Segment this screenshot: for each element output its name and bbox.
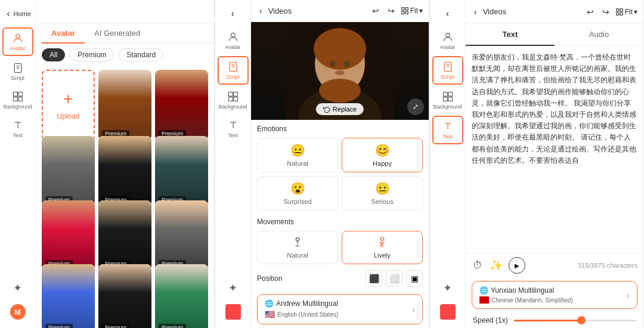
svg-rect-41: [448, 97, 452, 101]
timer-icon: ⏱: [473, 260, 482, 270]
tab-ai-generated[interactable]: AI Generated: [85, 24, 150, 44]
middle-nav-back[interactable]: ‹: [257, 5, 265, 17]
avatar-card-4[interactable]: Premium: [98, 136, 151, 207]
svg-rect-6: [13, 97, 17, 101]
position-center-btn[interactable]: ⬜: [386, 270, 402, 287]
middle-top-nav: ‹ Videos ↩ ↪ Fit ▾: [251, 0, 429, 22]
sidebar-item-script-mid[interactable]: Script: [218, 56, 249, 85]
right-redo[interactable]: ↪: [600, 6, 612, 18]
tab-text[interactable]: Text: [466, 24, 555, 46]
right-nav-back[interactable]: ‹: [472, 6, 479, 18]
sidebar-item-sparkle-mid[interactable]: ✦: [218, 278, 249, 298]
sidebar-text-label-mid: Text: [228, 132, 238, 138]
avatar-card-5[interactable]: Premium: [155, 136, 208, 207]
sidebar-script-label-mid: Script: [226, 74, 240, 80]
char-count: 315/3875 characters: [578, 262, 637, 269]
avatar-grid: + Upload Premium Premium Premium Premium: [36, 66, 214, 328]
avatar-card-11[interactable]: Premium: [155, 264, 208, 328]
script-icon: [12, 62, 24, 74]
avatar-card-2[interactable]: Premium: [155, 70, 208, 141]
tab-avatar[interactable]: Avatar: [42, 24, 85, 44]
middle-undo[interactable]: ↩: [370, 5, 382, 17]
right-nav-title: Videos: [483, 7, 507, 16]
sidebar-item-text-right[interactable]: Text: [432, 116, 463, 144]
text-audio-tab-bar: Text Audio: [466, 24, 643, 46]
timer-tool-btn[interactable]: ⏱: [472, 259, 484, 272]
avatar-card-6[interactable]: Premium: [42, 200, 95, 271]
movement-natural[interactable]: Natural: [257, 231, 338, 264]
svg-rect-14: [228, 92, 233, 97]
avatar-card-10[interactable]: Premium: [98, 264, 151, 328]
sidebar-item-avatar-mid[interactable]: Avatar: [218, 27, 249, 54]
avatar-card-9[interactable]: Premium: [42, 264, 95, 328]
svg-rect-39: [448, 92, 452, 97]
emotion-surprised[interactable]: 😮 Surprised: [257, 176, 338, 211]
avatar-card-8[interactable]: Premium: [155, 200, 208, 271]
svg-rect-5: [18, 92, 22, 97]
left-back-btn[interactable]: ‹: [4, 7, 12, 20]
middle-fit-btn[interactable]: Fit ▾: [401, 7, 423, 15]
position-left-btn[interactable]: ⬛: [366, 270, 382, 287]
avatar-selector-chevron: ›: [412, 305, 415, 314]
fit-icon-mid: [401, 7, 409, 15]
text-content[interactable]: 亲爱的朋友们，我是文森特·梵高，一个曾经在世时默默无闻，却在离世后被世人所铭记的…: [472, 52, 637, 207]
speed-slider[interactable]: [514, 320, 636, 321]
tab-audio[interactable]: Audio: [555, 24, 643, 46]
sidebar-item-background-right[interactable]: Background: [432, 87, 463, 113]
serious-icon: 😐: [375, 181, 390, 196]
sidebar-item-background-mid[interactable]: Background: [218, 87, 249, 113]
sidebar-item-script-left[interactable]: Script: [2, 58, 33, 85]
avatar-flag: 🇺🇸: [265, 310, 275, 319]
replace-button[interactable]: Replace: [316, 103, 364, 115]
filter-premium[interactable]: Premium: [70, 48, 114, 61]
svg-point-32: [296, 238, 299, 242]
sidebar-avatar-label-mid: Avatar: [225, 44, 241, 50]
avatar-card-3[interactable]: Premium: [42, 136, 95, 207]
upload-card[interactable]: + Upload: [42, 70, 95, 141]
voice-selector-info: 🌐 Yunxiao Multilingual Chinese (Mandarin…: [479, 286, 573, 304]
sidebar-item-text-left[interactable]: Text: [2, 116, 33, 142]
emotion-serious[interactable]: 😐 Serious: [342, 176, 423, 211]
sidebar-item-sparkle-right[interactable]: ✦: [432, 278, 463, 298]
movement-natural-icon: [291, 236, 304, 249]
svg-rect-15: [233, 92, 237, 97]
sidebar-item-avatar-left[interactable]: Avatar: [2, 27, 33, 56]
play-button[interactable]: ▶: [509, 257, 525, 274]
sparkle-tool-btn[interactable]: ✨: [488, 258, 504, 273]
person-icon-right: [442, 31, 454, 43]
sidebar-item-stop-mid[interactable]: [218, 301, 249, 323]
filter-all[interactable]: All: [42, 48, 65, 61]
sidebar-item-m-left[interactable]: M: [2, 301, 33, 323]
sidebar-item-extra-left[interactable]: ✦: [2, 278, 33, 298]
movement-lively[interactable]: Lively: [342, 231, 423, 264]
avatar-card-7[interactable]: Premium: [98, 200, 151, 271]
middle-redo[interactable]: ↪: [385, 5, 397, 17]
middle-avatar-selector[interactable]: 🌐 Andrew Multilingual 🇺🇸 English (United…: [257, 294, 423, 324]
movements-title: Movements: [251, 213, 429, 228]
right-content: ‹ Videos ↩ ↪ Fit ▾ Text Audio 亲爱的朋友们，我是文…: [466, 0, 643, 328]
movement-natural-label: Natural: [287, 252, 308, 259]
text-icon-mid: [227, 119, 239, 131]
sidebar-item-script-right[interactable]: Script: [432, 56, 463, 85]
sidebar-item-text-mid[interactable]: Text: [218, 116, 249, 142]
right-fit-btn[interactable]: Fit ▾: [615, 8, 637, 16]
svg-rect-20: [401, 8, 404, 10]
text-area-container: 亲爱的朋友们，我是文森特·梵高，一个曾经在世时默默无闻，却在离世后被世人所铭记的…: [466, 46, 643, 253]
voice-selector[interactable]: 🌐 Yunxiao Multilingual Chinese (Mandarin…: [472, 281, 637, 309]
middle-back-btn[interactable]: ‹: [229, 7, 237, 20]
right-back-btn[interactable]: ‹: [444, 7, 451, 20]
avatar-card-1[interactable]: Premium: [98, 70, 151, 141]
svg-rect-4: [13, 92, 17, 97]
sidebar-item-avatar-right[interactable]: Avatar: [432, 27, 463, 54]
sidebar-item-background-left[interactable]: Background: [2, 87, 33, 113]
emotion-happy[interactable]: 😊 Happy: [342, 138, 423, 172]
svg-rect-7: [18, 97, 22, 101]
filter-standard[interactable]: Standard: [119, 48, 163, 61]
video-expand-btn[interactable]: ⤢: [407, 98, 424, 115]
sidebar-item-stop-right[interactable]: [432, 301, 463, 323]
right-undo[interactable]: ↩: [584, 6, 596, 18]
speed-thumb[interactable]: [577, 316, 586, 324]
svg-point-31: [335, 70, 345, 75]
emotion-natural[interactable]: 😐 Natural: [257, 138, 338, 172]
position-right-btn[interactable]: ▣: [406, 270, 423, 287]
